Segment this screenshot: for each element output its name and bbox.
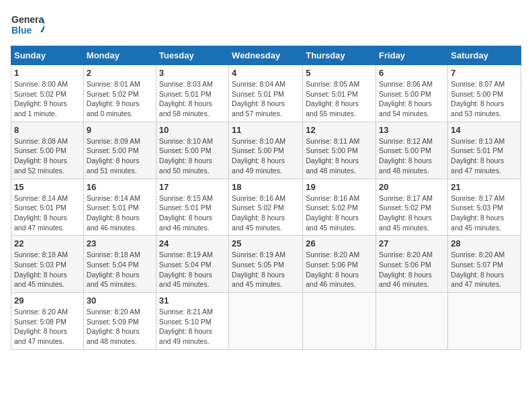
day-cell-1: 1Sunrise: 8:00 AM Sunset: 5:02 PM Daylig… [11,65,84,122]
day-detail: Sunrise: 8:20 AM Sunset: 5:06 PM Dayligh… [306,250,373,289]
day-detail: Sunrise: 8:17 AM Sunset: 5:03 PM Dayligh… [451,193,518,233]
day-number: 15 [14,182,81,192]
day-cell-13: 13Sunrise: 8:12 AM Sunset: 5:00 PM Dayli… [376,122,448,179]
calendar-table: SundayMondayTuesdayWednesdayThursdayFrid… [11,46,521,350]
day-cell-25: 25Sunrise: 8:19 AM Sunset: 5:05 PM Dayli… [229,236,303,293]
day-cell-14: 14Sunrise: 8:13 AM Sunset: 5:01 PM Dayli… [448,122,521,179]
day-detail: Sunrise: 8:14 AM Sunset: 5:01 PM Dayligh… [14,193,81,233]
day-detail: Sunrise: 8:08 AM Sunset: 5:00 PM Dayligh… [14,136,81,176]
col-header-sunday: Sunday [11,46,84,65]
day-detail: Sunrise: 8:15 AM Sunset: 5:01 PM Dayligh… [159,193,226,233]
day-detail: Sunrise: 8:11 AM Sunset: 5:00 PM Dayligh… [306,136,373,176]
day-number: 12 [306,125,373,135]
day-cell-16: 16Sunrise: 8:14 AM Sunset: 5:01 PM Dayli… [83,179,156,236]
day-cell-22: 22Sunrise: 8:18 AM Sunset: 5:03 PM Dayli… [11,236,84,293]
day-detail: Sunrise: 8:14 AM Sunset: 5:01 PM Dayligh… [87,193,153,233]
day-cell-9: 9Sunrise: 8:09 AM Sunset: 5:00 PM Daylig… [83,122,156,179]
col-header-saturday: Saturday [448,46,521,65]
day-cell-7: 7Sunrise: 8:07 AM Sunset: 5:00 PM Daylig… [448,65,521,122]
day-detail: Sunrise: 8:06 AM Sunset: 5:00 PM Dayligh… [379,79,445,119]
day-number: 27 [379,238,445,248]
empty-cell [376,293,448,350]
day-cell-27: 27Sunrise: 8:20 AM Sunset: 5:06 PM Dayli… [376,236,448,293]
day-number: 1 [14,68,81,78]
day-cell-18: 18Sunrise: 8:16 AM Sunset: 5:02 PM Dayli… [229,179,303,236]
day-detail: Sunrise: 8:19 AM Sunset: 5:05 PM Dayligh… [232,250,300,289]
day-cell-8: 8Sunrise: 8:08 AM Sunset: 5:00 PM Daylig… [11,122,84,179]
week-row-2: 8Sunrise: 8:08 AM Sunset: 5:00 PM Daylig… [11,122,521,179]
day-cell-12: 12Sunrise: 8:11 AM Sunset: 5:00 PM Dayli… [303,122,376,179]
day-number: 21 [451,182,518,192]
day-detail: Sunrise: 8:00 AM Sunset: 5:02 PM Dayligh… [14,79,81,119]
day-number: 18 [232,182,300,192]
day-detail: Sunrise: 8:16 AM Sunset: 5:02 PM Dayligh… [306,193,373,233]
day-number: 26 [306,238,373,248]
day-detail: Sunrise: 8:17 AM Sunset: 5:02 PM Dayligh… [379,193,445,233]
day-number: 7 [451,68,518,78]
day-detail: Sunrise: 8:07 AM Sunset: 5:00 PM Dayligh… [451,79,518,119]
day-cell-10: 10Sunrise: 8:10 AM Sunset: 5:00 PM Dayli… [156,122,228,179]
day-detail: Sunrise: 8:13 AM Sunset: 5:01 PM Dayligh… [451,136,518,176]
col-header-thursday: Thursday [303,46,376,65]
day-detail: Sunrise: 8:01 AM Sunset: 5:02 PM Dayligh… [87,79,153,119]
day-cell-19: 19Sunrise: 8:16 AM Sunset: 5:02 PM Dayli… [303,179,376,236]
day-cell-20: 20Sunrise: 8:17 AM Sunset: 5:02 PM Dayli… [376,179,448,236]
day-detail: Sunrise: 8:18 AM Sunset: 5:03 PM Dayligh… [14,250,81,289]
col-header-friday: Friday [376,46,448,65]
day-number: 14 [451,125,518,135]
day-cell-23: 23Sunrise: 8:18 AM Sunset: 5:04 PM Dayli… [83,236,156,293]
day-cell-30: 30Sunrise: 8:20 AM Sunset: 5:09 PM Dayli… [83,293,156,350]
day-number: 19 [306,182,373,192]
day-number: 17 [159,182,226,192]
day-detail: Sunrise: 8:19 AM Sunset: 5:04 PM Dayligh… [159,250,226,289]
page-header: General Blue [11,11,521,39]
day-cell-21: 21Sunrise: 8:17 AM Sunset: 5:03 PM Dayli… [448,179,521,236]
day-number: 16 [87,182,153,192]
day-number: 23 [87,238,153,248]
day-cell-31: 31Sunrise: 8:21 AM Sunset: 5:10 PM Dayli… [156,293,228,350]
day-cell-26: 26Sunrise: 8:20 AM Sunset: 5:06 PM Dayli… [303,236,376,293]
empty-cell [229,293,303,350]
day-number: 30 [87,295,153,306]
svg-text:Blue: Blue [11,25,32,36]
day-cell-6: 6Sunrise: 8:06 AM Sunset: 5:00 PM Daylig… [376,65,448,122]
week-row-1: 1Sunrise: 8:00 AM Sunset: 5:02 PM Daylig… [11,65,521,122]
day-number: 20 [379,182,445,192]
day-number: 22 [14,238,81,248]
day-cell-5: 5Sunrise: 8:05 AM Sunset: 5:01 PM Daylig… [303,65,376,122]
day-detail: Sunrise: 8:03 AM Sunset: 5:01 PM Dayligh… [159,79,226,119]
week-row-4: 22Sunrise: 8:18 AM Sunset: 5:03 PM Dayli… [11,236,521,293]
day-detail: Sunrise: 8:10 AM Sunset: 5:00 PM Dayligh… [232,136,300,176]
col-header-monday: Monday [83,46,156,65]
day-cell-28: 28Sunrise: 8:20 AM Sunset: 5:07 PM Dayli… [448,236,521,293]
day-number: 24 [159,238,226,248]
day-number: 13 [379,125,445,135]
day-detail: Sunrise: 8:05 AM Sunset: 5:01 PM Dayligh… [306,79,373,119]
day-cell-4: 4Sunrise: 8:04 AM Sunset: 5:01 PM Daylig… [229,65,303,122]
logo: General Blue [11,11,44,39]
day-cell-2: 2Sunrise: 8:01 AM Sunset: 5:02 PM Daylig… [83,65,156,122]
logo-svg: General Blue [11,11,44,39]
day-number: 4 [232,68,300,78]
day-detail: Sunrise: 8:20 AM Sunset: 5:06 PM Dayligh… [379,250,445,289]
day-number: 31 [159,295,226,306]
day-detail: Sunrise: 8:20 AM Sunset: 5:08 PM Dayligh… [14,307,81,347]
day-number: 3 [159,68,226,78]
day-detail: Sunrise: 8:04 AM Sunset: 5:01 PM Dayligh… [232,79,300,119]
day-detail: Sunrise: 8:18 AM Sunset: 5:04 PM Dayligh… [87,250,153,289]
day-cell-15: 15Sunrise: 8:14 AM Sunset: 5:01 PM Dayli… [11,179,84,236]
week-row-5: 29Sunrise: 8:20 AM Sunset: 5:08 PM Dayli… [11,293,521,350]
day-number: 8 [14,125,81,135]
day-number: 9 [87,125,153,135]
day-detail: Sunrise: 8:09 AM Sunset: 5:00 PM Dayligh… [87,136,153,176]
day-cell-11: 11Sunrise: 8:10 AM Sunset: 5:00 PM Dayli… [229,122,303,179]
day-number: 10 [159,125,226,135]
week-row-3: 15Sunrise: 8:14 AM Sunset: 5:01 PM Dayli… [11,179,521,236]
day-number: 28 [451,238,518,248]
col-header-wednesday: Wednesday [229,46,303,65]
empty-cell [448,293,521,350]
day-number: 6 [379,68,445,78]
empty-cell [303,293,376,350]
day-number: 11 [232,125,300,135]
day-detail: Sunrise: 8:10 AM Sunset: 5:00 PM Dayligh… [159,136,226,176]
